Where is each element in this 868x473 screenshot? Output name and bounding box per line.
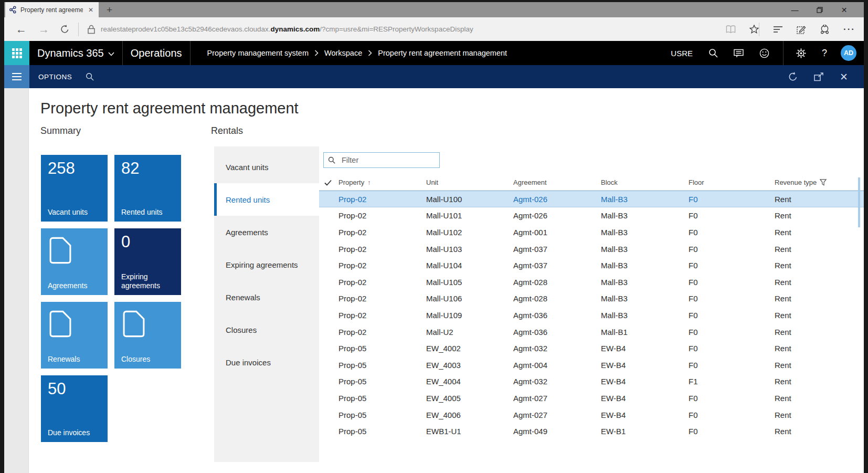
company-picker[interactable]: USRE <box>671 49 693 58</box>
options-menu[interactable]: OPTIONS <box>38 73 72 81</box>
summary-tile[interactable]: Agreements <box>41 228 108 295</box>
url-text[interactable]: realestateprodev1c05be13c5b2946cedevaos.… <box>101 25 473 33</box>
breadcrumb-item[interactable]: Property management system <box>207 49 324 57</box>
cell-block[interactable]: EW-B4 <box>601 377 626 386</box>
column-header-property[interactable]: Property↑ <box>338 178 371 186</box>
cell-block[interactable]: Mall-B3 <box>601 211 628 220</box>
gear-icon[interactable] <box>796 48 806 58</box>
cell-agreement[interactable]: Agmt-028 <box>513 294 547 303</box>
cell-agreement[interactable]: Agmt-026 <box>513 194 547 203</box>
cell-floor[interactable]: F0 <box>689 277 698 286</box>
summary-tile[interactable]: Closures <box>114 302 181 369</box>
cell-agreement[interactable]: Agmt-049 <box>513 427 547 436</box>
cell-block[interactable]: EW-B4 <box>601 410 626 419</box>
summary-tile[interactable]: 82 Rented units <box>114 155 181 222</box>
table-row[interactable]: Prop-05 EW_4004 Agmt-032 EW-B4 F1 Rent <box>319 373 864 390</box>
column-header-unit[interactable]: Unit <box>426 178 438 186</box>
feedback-icon[interactable] <box>734 49 744 58</box>
cell-floor[interactable]: F0 <box>689 227 698 236</box>
table-row[interactable]: Prop-02 Mall-U109 Agmt-036 Mall-B3 F0 Re… <box>319 307 864 323</box>
cell-agreement[interactable]: Agmt-032 <box>513 344 547 353</box>
rentals-tab[interactable]: Renewals <box>214 281 319 313</box>
search-icon[interactable] <box>708 48 718 58</box>
popout-icon[interactable] <box>814 72 824 81</box>
cell-block[interactable]: Mall-B3 <box>601 294 628 303</box>
breadcrumb-item[interactable]: Workspace <box>324 49 378 57</box>
cell-property[interactable]: Prop-05 <box>338 410 366 419</box>
cell-floor[interactable]: F0 <box>689 327 698 336</box>
funnel-icon[interactable] <box>820 179 827 186</box>
cell-agreement[interactable]: Agmt-004 <box>513 360 547 369</box>
minimize-button[interactable]: — <box>782 2 807 17</box>
cell-floor[interactable]: F0 <box>689 410 698 419</box>
more-icon[interactable]: ··· <box>843 24 855 35</box>
cell-property[interactable]: Prop-05 <box>338 427 366 436</box>
table-row[interactable]: Prop-05 EWB1-U1 Agmt-049 EW-B1 F0 Rent <box>319 423 864 439</box>
refresh-page-icon[interactable] <box>788 71 798 82</box>
column-header-revenue-type[interactable]: Revenue type <box>775 178 827 186</box>
cell-block[interactable]: EW-B4 <box>601 360 626 369</box>
actionbar-search-icon[interactable] <box>86 72 94 81</box>
close-page-icon[interactable]: ✕ <box>840 72 848 82</box>
cell-agreement[interactable]: Agmt-027 <box>513 410 547 419</box>
cell-property[interactable]: Prop-02 <box>338 261 366 270</box>
cell-agreement[interactable]: Agmt-036 <box>513 327 547 336</box>
checkmark-icon[interactable] <box>324 180 332 186</box>
cell-block[interactable]: Mall-B3 <box>601 194 628 203</box>
rentals-tab[interactable]: Agreements <box>214 216 319 248</box>
cell-property[interactable]: Prop-02 <box>338 294 366 303</box>
cell-floor[interactable]: F0 <box>689 427 698 436</box>
cell-block[interactable]: EW-B4 <box>601 344 626 353</box>
cell-floor[interactable]: F1 <box>689 377 698 386</box>
cell-block[interactable]: Mall-B3 <box>601 310 628 319</box>
summary-tile[interactable]: 0 Expiring agreements <box>114 228 181 295</box>
cell-property[interactable]: Prop-02 <box>338 327 366 336</box>
rentals-tab[interactable]: Due invoices <box>214 346 319 379</box>
help-icon[interactable]: ? <box>822 48 827 59</box>
cell-property[interactable]: Prop-02 <box>338 277 366 286</box>
cell-property[interactable]: Prop-02 <box>338 244 366 253</box>
back-icon[interactable]: ← <box>16 24 27 35</box>
cell-floor[interactable]: F0 <box>689 310 698 319</box>
column-header-block[interactable]: Block <box>601 178 618 186</box>
rentals-tab[interactable]: Rented units <box>214 183 319 216</box>
forward-icon[interactable]: → <box>38 24 49 35</box>
cell-floor[interactable]: F0 <box>689 244 698 253</box>
cell-agreement[interactable]: Agmt-037 <box>513 261 547 270</box>
cell-block[interactable]: Mall-B3 <box>601 244 628 253</box>
hub-icon[interactable] <box>773 26 783 33</box>
cell-floor[interactable]: F0 <box>689 344 698 353</box>
summary-tile[interactable]: 50 Due invoices <box>41 375 108 442</box>
cell-agreement[interactable]: Agmt-037 <box>513 244 547 253</box>
column-header-agreement[interactable]: Agreement <box>513 178 547 186</box>
rentals-tab[interactable]: Expiring agreements <box>214 248 319 281</box>
summary-tile[interactable]: Renewals <box>41 302 108 369</box>
web-note-icon[interactable] <box>797 25 806 34</box>
cell-floor[interactable]: F0 <box>689 261 698 270</box>
table-row[interactable]: Prop-02 Mall-U2 Agmt-036 Mall-B1 F0 Rent <box>319 323 864 340</box>
table-row[interactable]: Prop-05 EW_4002 Agmt-032 EW-B4 F0 Rent <box>319 340 864 356</box>
cell-property[interactable]: Prop-05 <box>338 344 366 353</box>
table-row[interactable]: Prop-02 Mall-U100 Agmt-026 Mall-B3 F0 Re… <box>319 191 864 207</box>
summary-tile[interactable]: 258 Vacant units <box>41 155 108 222</box>
table-row[interactable]: Prop-02 Mall-U103 Agmt-037 Mall-B3 F0 Re… <box>319 240 864 257</box>
share-icon[interactable] <box>820 25 830 34</box>
cell-agreement[interactable]: Agmt-032 <box>513 377 547 386</box>
rentals-tab[interactable]: Closures <box>214 313 319 346</box>
browser-tab[interactable]: Property rent agreemen ✕ <box>5 2 99 17</box>
waffle-icon[interactable] <box>4 41 29 65</box>
breadcrumb-item[interactable]: Property rent agreement management <box>378 49 507 57</box>
refresh-icon[interactable] <box>60 24 70 34</box>
cell-agreement[interactable]: Agmt-028 <box>513 277 547 286</box>
table-row[interactable]: Prop-02 Mall-U106 Agmt-028 Mall-B3 F0 Re… <box>319 290 864 307</box>
rentals-tab[interactable]: Vacant units <box>214 151 319 183</box>
new-tab-button[interactable]: + <box>107 5 112 15</box>
table-row[interactable]: Prop-05 EW_4006 Agmt-027 EW-B4 F0 Rent <box>319 406 864 423</box>
cell-floor[interactable]: F0 <box>689 294 698 303</box>
cell-block[interactable]: EW-B1 <box>601 427 626 436</box>
smiley-icon[interactable] <box>759 48 769 58</box>
restore-button[interactable] <box>807 2 832 17</box>
collapsed-nav-pane[interactable] <box>4 88 29 473</box>
cell-floor[interactable]: F0 <box>689 393 698 402</box>
close-window-button[interactable]: ✕ <box>832 2 856 17</box>
